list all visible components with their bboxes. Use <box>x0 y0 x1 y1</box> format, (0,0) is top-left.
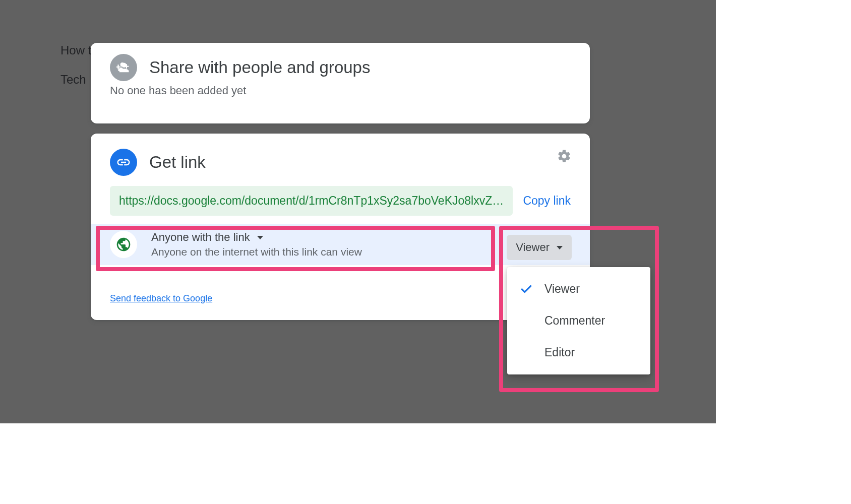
get-link-title: Get link <box>149 153 206 172</box>
svg-rect-2 <box>124 66 129 67</box>
role-label: Viewer <box>516 241 550 254</box>
people-icon <box>110 54 137 81</box>
share-title: Share with people and groups <box>149 58 370 77</box>
role-option-label: Viewer <box>544 282 580 296</box>
share-url-field[interactable]: https://docs.google.com/document/d/1rmCr… <box>110 186 513 216</box>
share-status: No one has been added yet <box>91 84 590 97</box>
role-dropdown-menu: Viewer Commenter Editor <box>507 267 650 374</box>
role-option-viewer[interactable]: Viewer <box>507 273 650 305</box>
role-option-commenter[interactable]: Commenter <box>507 305 650 337</box>
link-settings-button[interactable] <box>557 149 572 166</box>
check-icon <box>519 283 533 296</box>
chevron-down-icon <box>557 246 563 249</box>
share-people-card: Share with people and groups No one has … <box>91 43 590 123</box>
background-text-2: Tech <box>60 73 86 87</box>
link-icon <box>110 149 137 176</box>
role-option-label: Editor <box>544 346 575 359</box>
role-dropdown-button[interactable]: Viewer <box>507 235 572 260</box>
access-scope-label: Anyone with the link <box>151 231 250 244</box>
background-text-1: How t <box>60 43 91 57</box>
copy-link-button[interactable]: Copy link <box>523 194 571 208</box>
svg-point-0 <box>120 62 125 67</box>
role-option-editor[interactable]: Editor <box>507 337 650 368</box>
send-feedback-link[interactable]: Send feedback to Google <box>110 293 212 304</box>
globe-icon <box>110 231 137 258</box>
role-option-label: Commenter <box>544 314 605 328</box>
gear-icon <box>557 149 572 164</box>
link-access-row: Anyone with the link Anyone on the inter… <box>91 224 590 265</box>
chevron-down-icon <box>257 236 263 239</box>
